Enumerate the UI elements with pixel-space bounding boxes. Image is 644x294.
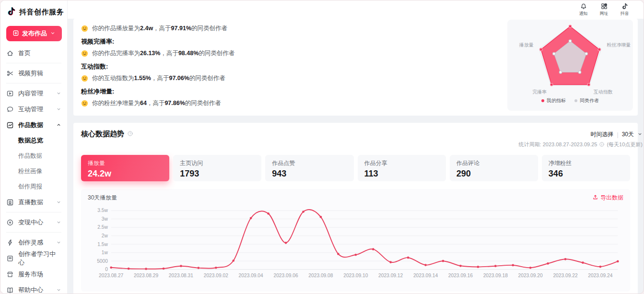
chevDown-icon — [56, 106, 61, 112]
sidebar-item-video-edit[interactable]: 视频剪辑 — [0, 65, 67, 81]
chevron-down-icon — [50, 30, 56, 37]
sidebar-item-home[interactable]: 首页 — [0, 45, 67, 61]
sidebar-item-monetization-center[interactable]: 变现中心 — [0, 214, 67, 230]
legend-my-metrics[interactable]: 我的指标 — [541, 97, 566, 104]
works-icon — [6, 121, 14, 129]
x-axis-label: 2023.09.02 — [204, 273, 228, 278]
topbar-action-label: 抖音 — [620, 11, 629, 16]
sidebar-item-works-data[interactable]: 作品数据 — [0, 117, 67, 133]
smiley-icon — [81, 50, 88, 57]
sidebar-divider — [6, 212, 61, 212]
x-axis-label: 2023.09.16 — [448, 273, 473, 278]
metric-description: 你的作品播放量为2.4w，高于97.91%的同类创作者 — [81, 24, 494, 33]
sidebar-item-help-center[interactable]: 帮助中心 — [0, 282, 67, 294]
sidebar-item-service-market[interactable]: 服务市场 — [0, 266, 67, 282]
metric-block: 粉丝净增量:你的粉丝净增量为64，高于97.86%的同类创作者 — [81, 87, 494, 107]
sidebar: 抖音创作服务 发布作品 首页视频剪辑内容管理互动管理作品数据数据总览作品数据粉丝… — [0, 0, 68, 294]
sidebar-divider — [6, 63, 61, 63]
trend-card: 核心数据趋势 ? 时间选择 | 30天 统计周期: 2023.08.27-202… — [73, 123, 638, 294]
x-axis-label: 2023.09.18 — [483, 273, 508, 278]
chevDown-icon — [637, 131, 643, 137]
stat-card-new-followers[interactable]: 净增粉丝346 — [542, 155, 630, 181]
info-icon[interactable] — [599, 141, 605, 148]
stat-card-label: 播放量 — [88, 159, 163, 167]
x-axis-label: 2023.09.04 — [239, 273, 263, 278]
spark-icon — [6, 239, 14, 247]
sidebar-item-interaction-management[interactable]: 互动管理 — [0, 101, 67, 117]
metric-title: 粉丝净增量: — [81, 87, 494, 96]
stat-card-label: 净增粉丝 — [549, 159, 623, 167]
line-chart-svg: 050001w1.5w2w2.5w3w3.5w2023.08.272023.08… — [88, 202, 623, 291]
metric-description: 你的粉丝净增量为64，高于97.86%的同类创作者 — [81, 99, 494, 107]
doc-icon — [6, 255, 14, 262]
sidebar-menu: 首页视频剪辑内容管理互动管理作品数据数据总览作品数据粉丝画像创作周报直播数据变现… — [0, 45, 67, 294]
bell-icon — [580, 2, 587, 10]
sidebar-item-content-management[interactable]: 内容管理 — [0, 85, 67, 101]
separator: | — [617, 131, 619, 138]
sidebar-subitem-creation-weekly[interactable]: 创作周报 — [0, 179, 67, 194]
radar-legend: 我的指标 同类作者 — [507, 97, 633, 104]
shop-icon — [6, 270, 14, 278]
y-axis-label: 2w — [102, 233, 108, 238]
topbar-action-douyin[interactable]: 抖音 — [620, 2, 629, 17]
x-axis-label: 2023.09.14 — [413, 273, 438, 278]
time-range-select[interactable]: 时间选择 | 30天 — [591, 130, 643, 139]
note-icon — [621, 2, 629, 10]
stat-card-profile-visits[interactable]: 主页访问1793 — [173, 155, 261, 181]
metric-title: 视频完播率: — [81, 37, 494, 46]
legend-label: 同类作者 — [580, 97, 599, 104]
metric-block: 视频完播率:你的作品完播率为26.13%，高于98.48%的同类创作者 — [81, 37, 494, 58]
help-icon[interactable]: ? — [127, 130, 133, 139]
topbar-action-label: 网址 — [599, 11, 608, 16]
svg-text:?: ? — [129, 131, 131, 135]
sidebar-item-label: 作品数据 — [18, 121, 43, 129]
stat-card-comments[interactable]: 作品评论290 — [450, 155, 538, 181]
exportUp-icon — [592, 194, 598, 200]
sidebar-item-live-data[interactable]: 直播数据 — [0, 194, 67, 210]
sidebar-item-label: 直播数据 — [18, 198, 43, 207]
chevUp-icon — [56, 122, 61, 128]
radar-axis-label: 完播率 — [532, 89, 547, 94]
trend-title: 核心数据趋势 — [81, 129, 124, 139]
publish-button[interactable]: 发布作品 — [6, 26, 62, 41]
x-axis-label: 2023.08.31 — [169, 273, 193, 278]
export-label: 导出数据 — [600, 194, 623, 202]
trend-controls: 时间选择 | 30天 统计周期: 2023.08.27-2023.09.25 (… — [519, 129, 643, 148]
stat-card-plays[interactable]: 播放量24.2w — [81, 155, 169, 181]
stat-card-value: 290 — [457, 169, 531, 179]
chevron-down-icon — [637, 131, 643, 138]
coin-icon — [6, 219, 14, 226]
info-icon — [599, 141, 605, 147]
stat-card-likes[interactable]: 作品点赞943 — [265, 155, 353, 181]
home-icon — [6, 49, 14, 57]
line-chart[interactable]: 050001w1.5w2w2.5w3w3.5w2023.08.272023.08… — [88, 202, 623, 293]
smiley-icon — [81, 75, 88, 82]
stat-card-shares[interactable]: 作品分享113 — [358, 155, 446, 181]
smiley-icon — [81, 25, 88, 32]
live-icon — [6, 199, 14, 206]
scissors-icon — [6, 70, 14, 77]
x-axis-label: 2023.09.24 — [588, 273, 612, 278]
export-icon — [592, 194, 598, 202]
sidebar-subitem-fan-portrait[interactable]: 粉丝画像 — [0, 164, 67, 179]
stat-card-value: 113 — [364, 169, 439, 179]
sidebar-item-label: 变现中心 — [18, 218, 43, 227]
export-data-button[interactable]: 导出数据 — [592, 194, 623, 202]
stat-card-label: 作品点赞 — [272, 159, 347, 167]
interact-icon — [6, 106, 14, 113]
metric-description: 你的互动指数为1.55%，高于97.06%的同类创作者 — [81, 74, 494, 82]
topbar-action-sites[interactable]: 网址 — [599, 2, 609, 17]
topbar-action-notifications[interactable]: 通知 — [579, 2, 588, 17]
sidebar-item-label: 视频剪辑 — [18, 69, 43, 78]
sidebar-item-creation-inspiration[interactable]: 创作灵感 — [0, 235, 67, 250]
sidebar-item-creator-learning-center[interactable]: 创作者学习中心 — [0, 250, 67, 266]
sidebar-subitem-works-data-sub[interactable]: 作品数据 — [0, 148, 67, 164]
app-window: 抖音创作服务 发布作品 首页视频剪辑内容管理互动管理作品数据数据总览作品数据粉丝… — [0, 0, 644, 294]
y-axis-label: 0 — [105, 267, 108, 272]
stat-card-value: 1793 — [180, 169, 255, 179]
brand[interactable]: 抖音创作服务 — [0, 0, 67, 20]
legend-peer-creators[interactable]: 同类作者 — [574, 97, 599, 104]
sidebar-subitem-data-overview[interactable]: 数据总览 — [0, 133, 67, 148]
x-axis-label: 2023.09.20 — [518, 273, 543, 278]
plus-square-icon — [12, 30, 19, 38]
